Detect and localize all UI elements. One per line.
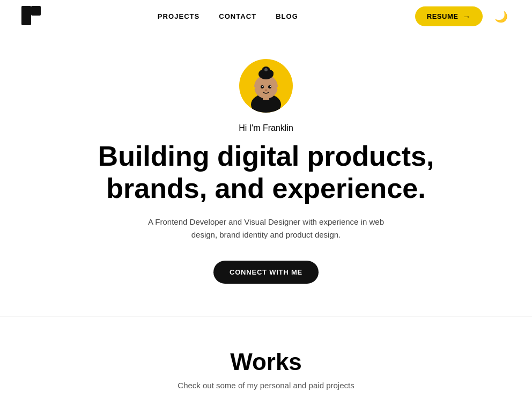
resume-arrow-icon: →: [462, 12, 471, 21]
svg-point-13: [265, 90, 268, 91]
svg-rect-1: [31, 6, 41, 16]
nav-link-contact[interactable]: CONTACT: [219, 12, 256, 20]
svg-point-8: [264, 68, 268, 71]
section-divider: [0, 316, 532, 316]
svg-point-7: [267, 70, 274, 76]
nav-link-blog[interactable]: BLOG: [276, 12, 298, 20]
svg-point-14: [253, 87, 255, 89]
greeting-text: Hi I'm Franklin: [239, 123, 293, 133]
nav-right: RESUME → 🌙: [415, 6, 511, 26]
dark-mode-toggle[interactable]: 🌙: [491, 7, 511, 26]
connect-button[interactable]: CONNECT WITH ME: [213, 261, 319, 284]
nav-link-projects[interactable]: PROJECTS: [158, 12, 200, 20]
svg-point-11: [262, 86, 263, 87]
resume-button[interactable]: RESUME →: [415, 6, 483, 26]
nav-links: PROJECTS CONTACT BLOG: [158, 12, 298, 20]
svg-point-9: [261, 85, 264, 88]
logo[interactable]: [21, 6, 41, 27]
hero-subtitle: A Frontend Developer and Visual Designer…: [148, 216, 384, 241]
works-title: Works: [230, 349, 302, 375]
works-subtitle: Check out some of my personal and paid p…: [178, 381, 354, 390]
svg-point-15: [277, 87, 279, 89]
navbar: PROJECTS CONTACT BLOG RESUME → 🌙: [0, 0, 532, 33]
works-section: Works Check out some of my personal and …: [0, 349, 532, 399]
resume-label: RESUME: [427, 12, 459, 20]
avatar: [239, 59, 293, 113]
svg-rect-0: [21, 6, 31, 25]
hero-section: Hi I'm Franklin Building digital product…: [0, 33, 532, 316]
svg-point-12: [270, 86, 271, 87]
svg-point-10: [268, 85, 271, 88]
moon-icon: 🌙: [494, 10, 508, 23]
hero-title: Building digital products, brands, and e…: [84, 141, 448, 205]
